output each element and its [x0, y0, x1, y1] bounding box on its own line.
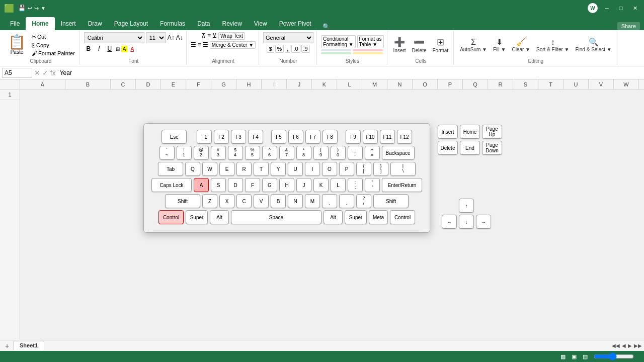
quick-access-redo[interactable]: ↪ — [34, 5, 39, 12]
fill-color-button[interactable]: A — [121, 46, 128, 52]
col-header-R[interactable]: R — [488, 79, 513, 89]
insert-cells-button[interactable]: ➕ Insert — [391, 36, 408, 54]
col-header-E[interactable]: E — [161, 79, 186, 89]
share-button[interactable]: Share — [617, 22, 640, 30]
key-4[interactable]: $4 — [228, 146, 243, 160]
key-r[interactable]: R — [236, 162, 252, 176]
merge-center-button[interactable]: Merge & Center ▼ — [210, 41, 256, 49]
key-esc[interactable]: Esc — [162, 130, 187, 144]
key-f7[interactable]: F7 — [305, 130, 320, 144]
close-button[interactable]: ✕ — [630, 3, 640, 13]
key-1[interactable]: !1 — [177, 146, 192, 160]
key-f2[interactable]: F2 — [214, 130, 229, 144]
sheet-tab-sheet1[interactable]: Sheet1 — [13, 341, 44, 350]
col-header-D[interactable]: D — [136, 79, 161, 89]
key-f6[interactable]: F6 — [288, 130, 303, 144]
col-header-K[interactable]: K — [312, 79, 337, 89]
tab-page-layout[interactable]: Page Layout — [108, 17, 154, 30]
find-select-button[interactable]: 🔍 Find & Select ▼ — [573, 36, 613, 53]
quick-access-more[interactable]: ▼ — [41, 6, 46, 11]
user-avatar[interactable]: W — [588, 3, 598, 13]
key-7[interactable]: &7 — [279, 146, 294, 160]
key-arrow-up[interactable]: ↑ — [459, 199, 474, 213]
col-header-P[interactable]: P — [438, 79, 463, 89]
key-6[interactable]: ^6 — [262, 146, 277, 160]
cut-button[interactable]: ✂ Cut — [30, 33, 76, 41]
tab-formulas[interactable]: Formulas — [154, 17, 191, 30]
col-header-G[interactable]: G — [211, 79, 236, 89]
key-q[interactable]: Q — [185, 162, 200, 176]
key-semicolon[interactable]: :; — [348, 178, 363, 192]
key-e[interactable]: E — [219, 162, 234, 176]
conditional-formatting-button[interactable]: ConditionalFormatting ▼ — [321, 35, 355, 48]
key-s[interactable]: S — [211, 178, 226, 192]
key-rbracket[interactable]: }] — [373, 162, 388, 176]
key-f8[interactable]: F8 — [323, 130, 338, 144]
key-backspace[interactable]: Backspace — [382, 146, 415, 160]
key-comma[interactable]: , — [322, 194, 337, 208]
key-page-up[interactable]: PageUp — [482, 125, 502, 139]
autosum-button[interactable]: Σ AutoSum ▼ — [458, 37, 489, 53]
key-f11[interactable]: F11 — [380, 130, 395, 144]
col-header-Q[interactable]: Q — [463, 79, 488, 89]
bad-style-button[interactable] — [353, 49, 383, 51]
tab-data[interactable]: Data — [191, 17, 216, 30]
key-minus[interactable]: _- — [348, 146, 363, 160]
key-w[interactable]: W — [202, 162, 217, 176]
key-k[interactable]: K — [313, 178, 329, 192]
scroll-prev-btn[interactable]: ◀ — [622, 343, 626, 348]
key-shift-right[interactable]: Shift — [373, 194, 409, 208]
key-u[interactable]: U — [288, 162, 303, 176]
col-header-C[interactable]: C — [111, 79, 136, 89]
key-v[interactable]: V — [254, 194, 269, 208]
font-size-select[interactable]: 11 — [146, 32, 166, 43]
quick-access-save[interactable]: 💾 — [18, 5, 26, 12]
key-g[interactable]: G — [262, 178, 277, 192]
key-5[interactable]: %5 — [245, 146, 260, 160]
key-m[interactable]: M — [305, 194, 320, 208]
key-i[interactable]: I — [305, 162, 320, 176]
align-top-button[interactable]: ⊼ — [201, 32, 206, 40]
add-sheet-button[interactable]: + — [2, 341, 12, 351]
decrease-font-button[interactable]: A↓ — [176, 34, 183, 41]
tab-draw[interactable]: Draw — [82, 17, 108, 30]
formula-input[interactable] — [58, 69, 642, 76]
key-shift-left[interactable]: Shift — [165, 194, 200, 208]
format-as-table-button[interactable]: Format asTable ▼ — [357, 35, 384, 48]
comma-button[interactable]: , — [285, 45, 290, 53]
key-alt-right[interactable]: Alt — [324, 210, 343, 224]
format-painter-button[interactable]: 🖌 Format Painter — [30, 50, 76, 57]
key-9[interactable]: (9 — [313, 146, 329, 160]
good-style-button[interactable] — [321, 52, 351, 54]
key-insert[interactable]: Insert — [438, 125, 458, 139]
row-num-1[interactable]: 1 — [0, 89, 20, 100]
col-header-F[interactable]: F — [186, 79, 211, 89]
scroll-left-btn[interactable]: ◀◀ — [612, 343, 620, 348]
key-page-down[interactable]: PageDown — [482, 141, 502, 155]
key-f4[interactable]: F4 — [248, 130, 263, 144]
zoom-slider[interactable] — [594, 353, 634, 359]
key-n[interactable]: N — [288, 194, 303, 208]
key-d[interactable]: D — [228, 178, 243, 192]
key-f10[interactable]: F10 — [363, 130, 378, 144]
italic-button[interactable]: I — [95, 44, 104, 53]
currency-button[interactable]: $ — [267, 45, 274, 53]
neutral-style-button[interactable] — [353, 52, 383, 54]
key-j[interactable]: J — [296, 178, 311, 192]
right-align-button[interactable]: ☰ — [203, 41, 208, 49]
key-quote[interactable]: "' — [365, 178, 380, 192]
clear-button[interactable]: 🧹 Clear ▼ — [510, 36, 532, 53]
key-arrow-down[interactable]: ↓ — [459, 215, 474, 229]
key-f[interactable]: F — [245, 178, 260, 192]
key-space[interactable]: Space — [231, 210, 321, 224]
key-equals[interactable]: += — [365, 146, 380, 160]
key-l[interactable]: L — [331, 178, 346, 192]
key-2[interactable]: @2 — [194, 146, 209, 160]
col-header-W[interactable]: W — [614, 79, 639, 89]
key-c[interactable]: C — [236, 194, 252, 208]
key-y[interactable]: Y — [271, 162, 286, 176]
bold-button[interactable]: B — [84, 44, 93, 53]
minimize-button[interactable]: ─ — [602, 3, 612, 13]
col-header-O[interactable]: O — [413, 79, 438, 89]
key-slash[interactable]: ?/ — [356, 194, 371, 208]
